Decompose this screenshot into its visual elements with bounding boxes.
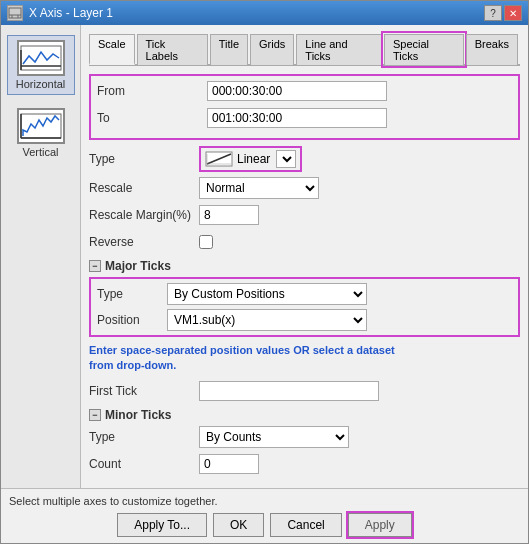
minor-ticks-label: Minor Ticks: [105, 408, 171, 422]
tab-tick-labels[interactable]: Tick Labels: [137, 34, 208, 65]
type-dropdown[interactable]: ▼: [276, 150, 296, 168]
type-value: Linear: [237, 152, 270, 166]
from-row: From: [97, 80, 512, 102]
svg-rect-0: [9, 8, 21, 18]
main-content: Horizontal Vertical Scale Tick La: [1, 25, 528, 488]
close-button[interactable]: ✕: [504, 5, 522, 21]
minor-count-input[interactable]: [199, 454, 259, 474]
sidebar-item-horizontal[interactable]: Horizontal: [7, 35, 75, 95]
tabs-row: Scale Tick Labels Title Grids Line and T…: [89, 33, 520, 66]
major-ticks-box: Type By Custom Positions By Counts By Sp…: [89, 277, 520, 337]
first-tick-input[interactable]: [199, 381, 379, 401]
title-bar: X Axis - Layer 1 ? ✕: [1, 1, 528, 25]
reverse-label: Reverse: [89, 235, 199, 249]
reverse-row: Reverse: [89, 231, 520, 253]
reverse-checkbox[interactable]: [199, 235, 213, 249]
main-window: X Axis - Layer 1 ? ✕ Horizontal: [0, 0, 529, 544]
minor-ticks-header: − Minor Ticks: [89, 408, 520, 422]
minor-count-row: Count: [89, 453, 520, 475]
minor-type-select[interactable]: By Counts By Spacing Manual: [199, 426, 349, 448]
apply-to-button[interactable]: Apply To...: [117, 513, 207, 537]
major-type-label: Type: [97, 287, 167, 301]
vertical-label: Vertical: [22, 146, 58, 158]
type-label: Type: [89, 152, 199, 166]
rescale-label: Rescale: [89, 181, 199, 195]
tab-special-ticks[interactable]: Special Ticks: [384, 34, 464, 65]
to-label: To: [97, 111, 207, 125]
form-area: From To Type: [89, 74, 520, 480]
minor-type-label: Type: [89, 430, 199, 444]
major-ticks-collapse[interactable]: −: [89, 260, 101, 272]
vertical-icon: [17, 108, 65, 144]
major-type-select[interactable]: By Custom Positions By Counts By Spacing…: [167, 283, 367, 305]
bottom-buttons: Apply To... OK Cancel Apply: [9, 513, 520, 537]
from-input[interactable]: [207, 81, 387, 101]
tab-line-and-ticks[interactable]: Line and Ticks: [296, 34, 382, 65]
major-position-row: Position VM1.sub(x): [97, 309, 512, 331]
horizontal-icon: [17, 40, 65, 76]
to-input[interactable]: [207, 108, 387, 128]
major-type-row: Type By Custom Positions By Counts By Sp…: [97, 283, 512, 305]
horizontal-label: Horizontal: [16, 78, 66, 90]
sidebar-item-vertical[interactable]: Vertical: [7, 103, 75, 163]
right-panel: Scale Tick Labels Title Grids Line and T…: [81, 25, 528, 488]
to-row: To: [97, 107, 512, 129]
tab-title[interactable]: Title: [210, 34, 248, 65]
bottom-bar: Select multiple axes to customize togeth…: [1, 488, 528, 543]
type-select-wrapper: Linear ▼: [199, 146, 302, 172]
minor-ticks-collapse[interactable]: −: [89, 409, 101, 421]
rescale-margin-label: Rescale Margin(%): [89, 208, 199, 222]
status-text: Select multiple axes to customize togeth…: [9, 495, 520, 507]
window-title: X Axis - Layer 1: [29, 6, 113, 20]
linear-icon: [205, 151, 233, 167]
major-ticks-header: − Major Ticks: [89, 259, 520, 273]
window-controls: ? ✕: [484, 5, 522, 21]
rescale-margin-row: Rescale Margin(%): [89, 204, 520, 226]
from-label: From: [97, 84, 207, 98]
title-bar-left: X Axis - Layer 1: [7, 5, 113, 21]
ok-button[interactable]: OK: [213, 513, 264, 537]
minor-type-row: Type By Counts By Spacing Manual: [89, 426, 520, 448]
cancel-button[interactable]: Cancel: [270, 513, 341, 537]
help-button[interactable]: ?: [484, 5, 502, 21]
type-row: Type Linear ▼: [89, 146, 520, 172]
tab-scale[interactable]: Scale: [89, 34, 135, 65]
major-position-select[interactable]: VM1.sub(x): [167, 309, 367, 331]
from-to-box: From To: [89, 74, 520, 140]
svg-rect-7: [21, 114, 61, 138]
first-tick-row: First Tick: [89, 380, 520, 402]
major-position-label: Position: [97, 313, 167, 327]
sidebar: Horizontal Vertical: [1, 25, 81, 488]
rescale-row: Rescale Normal Auto Fixed: [89, 177, 520, 199]
major-ticks-label: Major Ticks: [105, 259, 171, 273]
minor-count-label: Count: [89, 457, 199, 471]
major-ticks-inner: Type By Custom Positions By Counts By Sp…: [97, 283, 512, 331]
apply-button[interactable]: Apply: [348, 513, 412, 537]
tab-grids[interactable]: Grids: [250, 34, 294, 65]
window-icon: [7, 5, 23, 21]
tab-breaks[interactable]: Breaks: [466, 34, 518, 65]
info-text: Enter space-separated position values OR…: [89, 343, 520, 374]
first-tick-label: First Tick: [89, 384, 199, 398]
rescale-select[interactable]: Normal Auto Fixed: [199, 177, 319, 199]
rescale-margin-input[interactable]: [199, 205, 259, 225]
